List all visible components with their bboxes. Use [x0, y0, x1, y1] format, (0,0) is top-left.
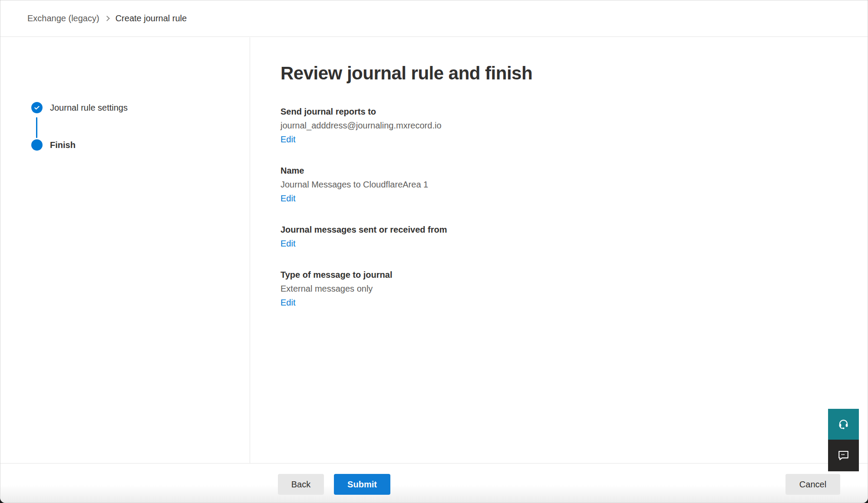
cancel-button[interactable]: Cancel: [785, 474, 840, 495]
section-value: Journal Messages to CloudflareArea 1: [281, 178, 671, 191]
step-journal-rule-settings[interactable]: Journal rule settings: [31, 102, 128, 113]
step-current-dot-icon: [31, 139, 43, 151]
step-finish[interactable]: Finish: [31, 139, 76, 151]
create-journal-rule-window: Exchange (legacy) Create journal rule Jo…: [0, 0, 868, 503]
edit-scope-link[interactable]: Edit: [281, 237, 295, 250]
section-label: Send journal reports to: [281, 105, 671, 118]
footer-action-bar: Back Submit Cancel: [0, 463, 868, 503]
back-button[interactable]: Back: [278, 474, 324, 495]
section-value: journal_adddress@journaling.mxrecord.io: [281, 118, 671, 132]
submit-button[interactable]: Submit: [334, 474, 390, 495]
edit-send-journal-reports-link[interactable]: Edit: [281, 132, 295, 146]
section-value: External messages only: [281, 282, 671, 296]
section-send-journal-reports-to: Send journal reports to journal_adddress…: [281, 105, 671, 146]
support-button[interactable]: [828, 409, 859, 440]
headset-icon: [838, 418, 849, 431]
section-type-of-message: Type of message to journal External mess…: [281, 268, 671, 309]
breadcrumb-current-page: Create journal rule: [116, 13, 187, 23]
review-sections: Send journal reports to journal_adddress…: [281, 105, 671, 327]
section-label: Journal messages sent or received from: [281, 223, 671, 237]
header-bar: Exchange (legacy) Create journal rule: [0, 0, 868, 37]
step-connector-line: [36, 117, 37, 138]
edit-message-type-link[interactable]: Edit: [281, 296, 295, 309]
edit-name-link[interactable]: Edit: [281, 191, 295, 205]
breadcrumb: Exchange (legacy) Create journal rule: [27, 13, 187, 23]
breadcrumb-exchange-legacy[interactable]: Exchange (legacy): [27, 13, 99, 23]
wizard-steps-panel: Journal rule settings Finish: [0, 37, 250, 464]
chat-bubble-icon: [837, 449, 850, 463]
page-title: Review journal rule and finish: [281, 61, 532, 85]
step-completed-check-icon: [31, 102, 43, 113]
feedback-button[interactable]: [828, 440, 859, 471]
section-label: Type of message to journal: [281, 268, 671, 282]
section-journal-messages-sent-or-received: Journal messages sent or received from E…: [281, 223, 671, 250]
section-name: Name Journal Messages to CloudflareArea …: [281, 164, 671, 205]
section-label: Name: [281, 164, 671, 178]
step-label: Journal rule settings: [50, 103, 128, 113]
step-label: Finish: [50, 140, 76, 150]
chevron-right-icon: [104, 16, 110, 21]
